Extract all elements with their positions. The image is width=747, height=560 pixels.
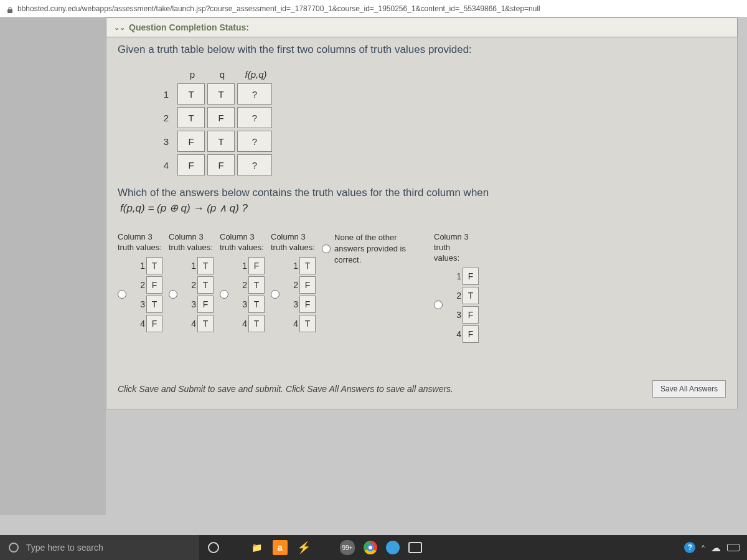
mini-row-num: 3 [186,299,196,309]
th-q: q [207,65,237,83]
option-label: Column 3truthvalues: [434,232,479,264]
cell-p: F [177,131,205,152]
answer-option[interactable]: Column 3truthvalues:1F2T3F4F [434,232,479,343]
radio-button[interactable] [271,290,280,299]
mini-row-num: 4 [237,319,247,329]
mini-row-num: 1 [451,271,461,281]
mini-value: F [463,306,479,324]
mini-row-num: 2 [135,280,145,290]
truth-table-row: 2TF? [155,107,726,128]
row-number: 4 [155,160,177,170]
mini-value: T [197,315,214,332]
radio-button[interactable] [169,290,177,299]
mini-value: F [299,276,316,294]
windows-taskbar: Type here to search 📁 a ⚡ 99+ ? ^ ☁ [0,535,747,560]
footer-hint: Click Save and Submit to save and submit… [118,384,453,394]
mini-value: T [146,296,162,313]
mini-value: F [146,276,162,294]
option-label: Column 3truth values: [271,232,316,253]
question-body: Given a truth table below with the first… [106,37,738,409]
answer-option[interactable]: Column 3truth values:1T2T3F4T [169,232,214,332]
option-none-text: None of the other answers provided is co… [334,232,428,266]
mini-row-num: 4 [288,319,298,329]
mini-value: T [146,257,162,274]
prompt-text: Given a truth table below with the first… [118,44,726,56]
mini-row-num: 1 [237,261,247,271]
mini-value: T [197,276,214,294]
mini-row-num: 1 [135,261,145,271]
option-label: Column 3truth values: [169,232,214,253]
th-fpq: f(p,q) [237,65,275,83]
mini-row-num: 2 [237,280,247,290]
save-all-answers-button[interactable]: Save All Answers [652,380,726,398]
cloud-icon[interactable]: ☁ [711,542,721,554]
formula-text: f(p,q) = (p ⊕ q) → (p ∧ q) ? [120,202,726,215]
cell-fpq: ? [237,154,272,175]
mini-value: T [248,315,265,332]
mini-row-num: 2 [288,280,298,290]
mini-value: T [299,257,316,274]
row-number: 2 [155,113,177,123]
completion-status-bar[interactable]: ⌄⌄ Question Completion Status: [106,17,738,37]
taskbar-search[interactable]: Type here to search [0,535,199,560]
truth-table-row: 3FT? [155,131,726,152]
mini-row-num: 1 [288,261,298,271]
mini-row-num: 4 [135,319,145,329]
cell-fpq: ? [237,83,272,105]
row-number: 3 [155,136,177,147]
cell-p: T [177,107,205,128]
cell-q: F [207,154,235,175]
option-truth-values: 1F2T3T4T [237,257,265,332]
mini-value: T [197,257,214,274]
radio-button[interactable] [434,301,443,309]
question-text: Which of the answers below contains the … [118,187,726,199]
help-icon[interactable]: ? [684,542,695,553]
option-label: Column 3truth values: [118,232,162,253]
mini-row-num: 2 [186,280,196,290]
bolt-app-icon[interactable]: ⚡ [296,540,311,555]
task-view-icon[interactable] [228,543,240,553]
chrome-icon[interactable] [364,541,377,554]
mail-badge[interactable]: 99+ [340,540,355,555]
answer-option[interactable]: Column 3truth values:1F2T3T4T [220,232,265,332]
cell-q: T [207,83,235,105]
status-label: Question Completion Status: [129,22,249,32]
chevron-down-icon: ⌄⌄ [114,24,125,32]
option-truth-values: 1T2F3T4F [135,257,162,332]
cortana-circle-icon[interactable] [208,542,219,553]
row-number: 1 [155,89,177,100]
answer-option[interactable]: None of the other answers provided is co… [322,232,428,266]
radio-button[interactable] [220,290,228,299]
option-truth-values: 1T2F3F4T [288,257,316,332]
url-text: bbhosted.cuny.edu/webapps/assessment/tak… [17,4,540,13]
mini-value: F [197,296,214,313]
mini-row-num: 3 [237,299,247,309]
mini-value: T [299,315,316,332]
option-truth-values: 1T2T3F4T [186,257,214,332]
assessment-panel: ⌄⌄ Question Completion Status: Given a t… [106,17,738,409]
system-tray: ? ^ ☁ [684,542,747,554]
battery-icon[interactable] [727,544,740,551]
blue-app-icon[interactable] [386,541,400,554]
answer-option[interactable]: Column 3truth values:1T2F3T4F [118,232,162,332]
cell-fpq: ? [237,107,272,128]
file-explorer-icon[interactable]: 📁 [249,540,264,555]
mini-value: F [248,257,265,274]
access-app-icon[interactable]: a [273,540,288,555]
mini-row-num: 2 [451,291,461,301]
truth-table-row: 1TT? [155,83,726,105]
lock-icon [6,5,14,12]
tray-caret-icon[interactable]: ^ [702,544,705,551]
mini-value: F [146,315,162,332]
message-app-icon[interactable] [408,542,422,553]
cell-q: T [207,131,235,152]
given-truth-table: p q f(p,q) 1TT?2TF?3FT?4FF? [155,65,726,175]
answer-options: Column 3truth values:1T2F3T4FColumn 3tru… [118,232,726,343]
mini-value: F [463,325,479,343]
radio-button[interactable] [322,245,331,253]
grid-app-icon[interactable] [320,542,331,553]
option-label: Column 3truth values: [220,232,265,253]
mini-row-num: 3 [451,310,461,320]
radio-button[interactable] [118,290,126,299]
answer-option[interactable]: Column 3truth values:1T2F3F4T [271,232,316,332]
